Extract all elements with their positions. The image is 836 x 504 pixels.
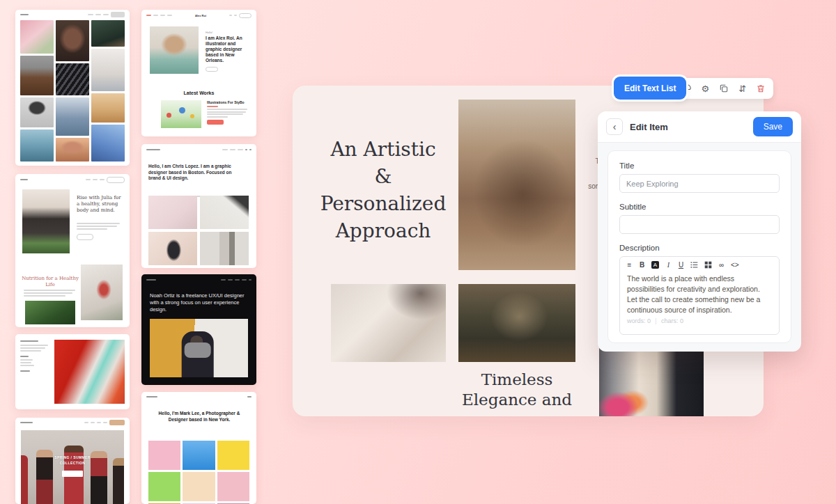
template-thumb-chris-lopez[interactable]: Hello, I am Chris Lopez. I am a graphic … bbox=[141, 144, 256, 268]
alex-logo: Alex Roi bbox=[195, 14, 206, 17]
caption-line: Elegance and bbox=[443, 390, 591, 410]
template-thumb-alex-roi[interactable]: Alex Roi Hello! I am Alex Roi. An illust… bbox=[141, 10, 256, 136]
edit-item-form-card: Title Subtitle Description ≡ B A I U bbox=[607, 150, 791, 343]
headline-line: An Artistic bbox=[312, 136, 454, 163]
panel-title: Edit Item bbox=[630, 122, 668, 132]
button-placeholder bbox=[62, 471, 83, 477]
work-photo bbox=[148, 196, 197, 229]
button-placeholder bbox=[77, 234, 93, 240]
thumb-header bbox=[15, 174, 130, 185]
code-icon[interactable]: <> bbox=[731, 262, 739, 269]
julia-section-heading: Nutrition for a Healthy Life bbox=[18, 276, 82, 288]
headline-line: Approach bbox=[312, 217, 454, 244]
mark-intro: Hello, I'm Mark Lee, a Photographer & De… bbox=[154, 410, 245, 423]
thumb-header bbox=[141, 274, 256, 285]
abstract-painting-photo bbox=[54, 340, 125, 404]
text-placeholder bbox=[20, 14, 29, 15]
logo-placeholder bbox=[20, 422, 33, 423]
alex-portrait-photo bbox=[150, 26, 199, 74]
text-placeholder-block bbox=[24, 290, 77, 297]
template-thumb-julia[interactable]: Rise with Julia for a healthy, strong bo… bbox=[15, 174, 130, 327]
bride-groom-photo[interactable] bbox=[599, 341, 704, 416]
alex-hello: Hello! bbox=[206, 31, 212, 34]
portrait-photo bbox=[91, 20, 125, 47]
thumb-header bbox=[141, 392, 256, 402]
couple-embrace-photo[interactable] bbox=[458, 100, 575, 270]
underline-icon[interactable]: U bbox=[678, 262, 684, 269]
portrait-photo bbox=[91, 93, 125, 123]
table-icon[interactable] bbox=[704, 261, 712, 269]
hands-ring-photo[interactable] bbox=[331, 284, 446, 362]
widget-toolbar: ⚙ ⇵ bbox=[674, 78, 773, 99]
button-placeholder bbox=[207, 120, 224, 125]
template-thumb-abstract[interactable] bbox=[15, 334, 130, 409]
template-thumb-portrait-grid[interactable] bbox=[15, 10, 130, 166]
char-count: chars: 0 bbox=[661, 317, 683, 324]
subtitle-input[interactable] bbox=[619, 215, 780, 234]
portrait-photo bbox=[20, 20, 54, 54]
gear-icon[interactable]: ⚙ bbox=[699, 82, 711, 95]
work-photo bbox=[183, 441, 215, 470]
alex-section-heading: Latest Works bbox=[141, 90, 256, 95]
italic-icon[interactable]: I bbox=[665, 262, 672, 269]
work-photo bbox=[148, 441, 180, 470]
text-placeholder bbox=[103, 14, 109, 15]
text-placeholder bbox=[100, 179, 104, 180]
word-count: words: 0 bbox=[627, 317, 651, 324]
photo-masonry-grid bbox=[20, 20, 125, 162]
canvas-headline: An Artistic & Personalized Approach bbox=[312, 136, 454, 244]
portrait-photo bbox=[56, 138, 89, 162]
title-input[interactable] bbox=[619, 174, 780, 193]
alex-work-title: Illustrations For StyBo bbox=[207, 100, 250, 104]
work-photo bbox=[183, 472, 215, 501]
align-icon[interactable]: ≡ bbox=[626, 262, 633, 269]
rich-text-editor: ≡ B A I U ∞ <> The world is a place with bbox=[619, 256, 780, 335]
text-placeholder-block bbox=[20, 340, 51, 372]
logo-placeholder bbox=[146, 279, 156, 281]
template-thumb-noah-ortiz[interactable]: Noah Ortiz is a freelance UX/UI designer… bbox=[141, 274, 256, 385]
back-button[interactable]: ‹ bbox=[606, 118, 623, 135]
chris-intro: Hello, I am Chris Lopez. I am a graphic … bbox=[148, 164, 238, 182]
panel-header: ‹ Edit Item Save bbox=[598, 111, 801, 143]
scarf-shape bbox=[184, 342, 210, 358]
description-textarea[interactable]: The world is a place with endless possib… bbox=[620, 270, 779, 315]
salad-photo bbox=[81, 265, 123, 320]
text-placeholder bbox=[95, 14, 101, 15]
delete-icon[interactable] bbox=[754, 82, 767, 95]
couple-landscape-photo[interactable] bbox=[458, 284, 575, 362]
alex-work-text: Illustrations For StyBo bbox=[207, 100, 250, 125]
text-placeholder bbox=[86, 179, 91, 180]
logo-placeholder bbox=[146, 396, 157, 397]
work-photo bbox=[148, 232, 197, 265]
text-placeholder bbox=[88, 14, 93, 15]
thumb-header bbox=[15, 10, 130, 19]
colorful-work-grid bbox=[148, 441, 249, 504]
portrait-photo bbox=[91, 49, 125, 91]
text-placeholder-block bbox=[77, 223, 121, 230]
fashion-overlay-line2: COLLECTION bbox=[21, 461, 124, 466]
thumb-header bbox=[15, 418, 130, 427]
thumb-header: Alex Roi bbox=[141, 10, 256, 21]
bold-icon[interactable]: B bbox=[639, 262, 645, 269]
reorder-icon[interactable]: ⇵ bbox=[736, 82, 749, 95]
template-thumb-fashion[interactable]: SPRING / SUMMER COLLECTION bbox=[15, 418, 130, 504]
subtitle-label: Subtitle bbox=[619, 203, 780, 211]
footer-divider bbox=[656, 318, 656, 324]
edit-text-list-button[interactable]: Edit Text List bbox=[614, 77, 686, 100]
button-placeholder bbox=[109, 420, 125, 425]
template-thumb-mark-lee[interactable]: Hello, I'm Mark Lee, a Photographer & De… bbox=[141, 392, 256, 504]
portrait-photo bbox=[20, 97, 54, 128]
link-icon[interactable]: ∞ bbox=[718, 262, 725, 269]
thumb-header bbox=[141, 144, 256, 155]
portrait-photo bbox=[91, 125, 125, 162]
alex-work-illustration bbox=[161, 100, 201, 128]
button-placeholder bbox=[107, 177, 125, 183]
font-color-icon[interactable]: A bbox=[651, 261, 659, 269]
canvas-caption: Timeless Elegance and bbox=[443, 370, 591, 410]
editor-toolbar: ≡ B A I U ∞ <> bbox=[620, 257, 779, 270]
list-icon[interactable] bbox=[690, 261, 698, 269]
button-placeholder bbox=[206, 67, 218, 72]
save-button[interactable]: Save bbox=[753, 117, 793, 136]
duplicate-icon[interactable] bbox=[718, 82, 730, 95]
julia-intro-text: Rise with Julia for a healthy, strong bo… bbox=[77, 195, 124, 214]
